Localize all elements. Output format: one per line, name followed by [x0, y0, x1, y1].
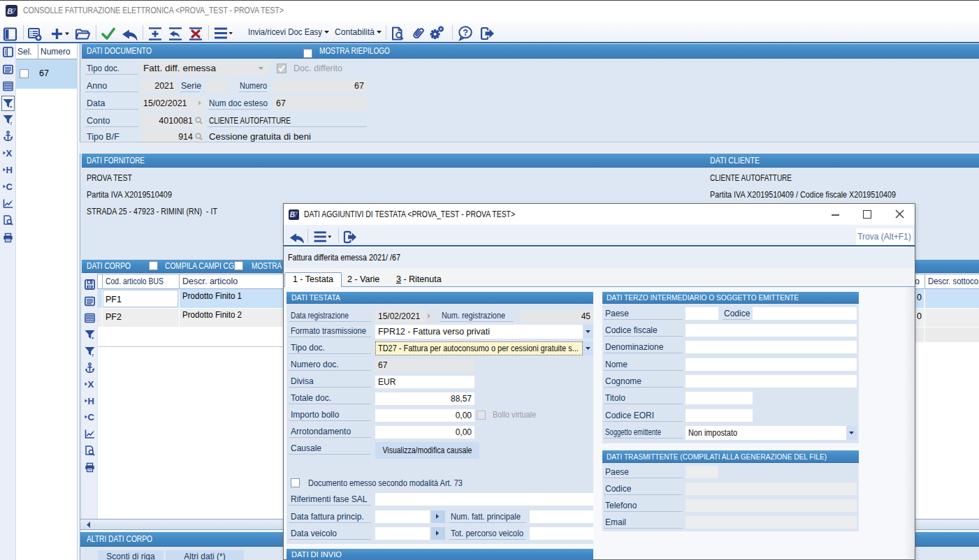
svg-text:?: ? [463, 28, 468, 38]
svg-text:X: X [6, 148, 13, 159]
svg-text:r: r [92, 353, 94, 357]
svg-text:C: C [88, 412, 95, 422]
svg-text:H: H [88, 396, 94, 406]
svg-text:H: H [6, 165, 13, 175]
svg-text:X: X [88, 379, 94, 390]
svg-text:C: C [6, 182, 13, 192]
svg-text:7: 7 [294, 211, 298, 219]
svg-text:r: r [10, 121, 13, 125]
svg-text:7: 7 [12, 7, 17, 15]
